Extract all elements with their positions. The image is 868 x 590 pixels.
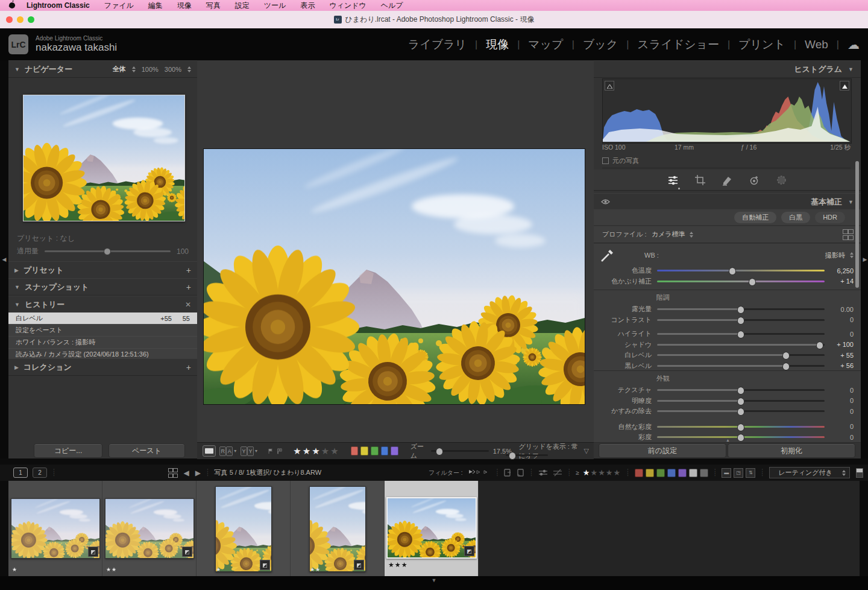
history-item[interactable]: 白レベル +55 55 (8, 312, 197, 325)
reference-view-after-button[interactable]: A (226, 446, 233, 456)
add-snapshot-icon[interactable]: + (186, 282, 191, 292)
edited-badge-icon[interactable]: ◩ (182, 547, 192, 557)
module-library[interactable]: ライブラリ (408, 37, 467, 52)
add-collection-icon[interactable]: + (186, 363, 191, 372)
blacks-slider[interactable] (657, 365, 825, 367)
history-item[interactable]: ホワイトバランス : 撮影時 (8, 337, 197, 349)
color-label-purple[interactable] (391, 446, 398, 455)
menu-develop[interactable]: 現像 (177, 1, 192, 11)
menu-tools[interactable]: ツール (264, 1, 286, 11)
cloud-sync-icon[interactable]: ☁ (848, 37, 860, 52)
filter-switch-icon[interactable] (856, 468, 863, 478)
filter-color-lightgray[interactable] (689, 469, 697, 477)
nav-zoom-100[interactable]: 100% (142, 66, 159, 73)
histogram-header[interactable]: ヒストグラム ▼ (594, 60, 861, 78)
filter-color-blue[interactable] (667, 469, 676, 477)
collections-section-header[interactable]: ▶ コレクション + (8, 358, 197, 376)
clear-history-icon[interactable]: ✕ (185, 300, 191, 309)
nav-fit-spinner-icon[interactable] (132, 66, 136, 72)
module-print[interactable]: プリント (738, 37, 785, 52)
menubar-app-name[interactable]: Lightroom Classic (27, 1, 90, 10)
snapshots-section-header[interactable]: ▼ スナップショット + (8, 278, 197, 296)
auto-tone-button[interactable]: 自動補正 (734, 212, 776, 223)
red-eye-tool-icon[interactable] (749, 174, 760, 186)
close-window-button[interactable] (6, 16, 13, 23)
wb-spinner-icon[interactable] (850, 252, 854, 258)
profile-value[interactable]: カメラ標準 (652, 230, 685, 239)
presets-section-header[interactable]: ▶ プリセット + (8, 261, 197, 279)
edit-sliders-tool-icon[interactable] (667, 174, 679, 186)
navigator-preview[interactable] (23, 95, 185, 221)
profile-spinner-icon[interactable] (690, 232, 693, 238)
basic-panel-header[interactable]: 基本補正 ▼ (594, 193, 861, 211)
filmstrip-info[interactable]: 写真 5 / 8/ 1枚選択/ ひまわり8.ARW (215, 468, 321, 477)
filter-color-yellow[interactable] (646, 469, 654, 477)
panel-enable-eye-icon[interactable] (601, 198, 610, 205)
filter-view-sort-icon[interactable]: ⇅ (746, 468, 755, 478)
color-label-blue[interactable] (381, 446, 389, 455)
filter-edited-icon[interactable] (538, 469, 548, 477)
panel-scrollbar[interactable] (855, 161, 859, 288)
vibrance-slider[interactable] (657, 426, 825, 428)
filmstrip-thumb-3[interactable]: ◩ ★ (197, 481, 291, 576)
module-develop[interactable]: 現像 (486, 37, 509, 52)
healing-remove-tool-icon[interactable] (722, 174, 733, 186)
nav-zoom-300[interactable]: 300% (165, 66, 181, 73)
shadow-clipping-indicator-icon[interactable] (605, 81, 614, 90)
filter-virtual-copy-icon[interactable] (517, 469, 524, 477)
reject-flag-icon[interactable] (277, 448, 283, 455)
tint-slider[interactable] (657, 281, 825, 282)
crop-tool-icon[interactable] (694, 174, 706, 186)
apple-menu-icon[interactable] (8, 1, 16, 11)
minimize-window-button[interactable] (17, 16, 24, 23)
reference-view-before-button[interactable]: R (219, 446, 226, 456)
right-panel-collapse-arrow[interactable]: ▶ (861, 60, 868, 458)
pick-flag-icon[interactable] (268, 448, 274, 455)
before-after-dropdown-icon[interactable]: ▾ (255, 448, 257, 454)
filmstrip-thumb-4[interactable]: ◩ ★★ (291, 481, 385, 576)
thumb-rating[interactable]: ★★ (310, 566, 321, 573)
before-after-right-button[interactable]: Y (247, 446, 254, 456)
color-label-yellow[interactable] (360, 446, 368, 455)
filmstrip-hide-arrow-icon[interactable]: ▼ (432, 577, 437, 583)
thumb-rating[interactable]: ★★★ (388, 561, 408, 569)
previous-photo-arrow-icon[interactable]: ◀ (184, 469, 189, 477)
next-photo-arrow-icon[interactable]: ▶ (195, 469, 201, 477)
before-after-left-button[interactable]: Y (241, 446, 247, 456)
add-preset-icon[interactable]: + (186, 265, 191, 275)
history-section-header[interactable]: ▼ ヒストリー ✕ (8, 296, 197, 313)
original-checkbox[interactable] (602, 157, 609, 164)
menu-window[interactable]: ウィンドウ (329, 1, 366, 11)
main-photo[interactable] (203, 148, 585, 405)
left-panel-collapse-arrow[interactable]: ◀ (0, 60, 8, 458)
filter-master-photo-icon[interactable] (504, 469, 512, 477)
texture-slider[interactable] (657, 389, 825, 391)
dehaze-slider[interactable] (657, 410, 825, 412)
contrast-slider[interactable] (657, 319, 825, 321)
rating-ge-symbol[interactable]: ≥ (576, 469, 579, 476)
edited-badge-icon[interactable]: ◩ (88, 547, 98, 557)
saturation-slider[interactable] (657, 436, 825, 438)
nav-zoom-spinner-icon[interactable] (187, 66, 191, 72)
zoom-slider[interactable] (431, 450, 489, 452)
filter-rating-stars[interactable]: ★★★★★ (583, 468, 621, 477)
grid-overlay-label[interactable]: グリッドを表示 : 常にオフ (518, 442, 583, 460)
black-white-button[interactable]: 白黒 (781, 212, 810, 223)
filter-preset-dropdown[interactable]: レーティング付き (769, 467, 850, 478)
copy-button[interactable]: コピー... (34, 443, 102, 458)
rating-stars[interactable]: ★★★★★ (293, 446, 339, 457)
grid-overlay-slider[interactable] (506, 454, 548, 456)
hdr-button[interactable]: HDR (815, 212, 845, 223)
history-item[interactable]: 設定をペースト (8, 325, 197, 337)
thumb-rating[interactable]: ★ (12, 566, 17, 573)
reference-view-dropdown-icon[interactable]: ▾ (234, 448, 236, 454)
profile-browser-icon[interactable] (843, 229, 852, 240)
edited-badge-icon[interactable]: ◩ (464, 546, 474, 556)
reset-button[interactable]: 初期化 (728, 443, 855, 458)
menu-settings[interactable]: 設定 (235, 1, 250, 11)
module-web[interactable]: Web (805, 38, 828, 51)
color-label-red[interactable] (351, 446, 359, 455)
filmstrip-thumb-5-selected[interactable]: ◩ ★★★ (385, 481, 479, 576)
wb-eyedropper-icon[interactable] (600, 247, 615, 263)
edited-badge-icon[interactable]: ◩ (354, 560, 364, 570)
